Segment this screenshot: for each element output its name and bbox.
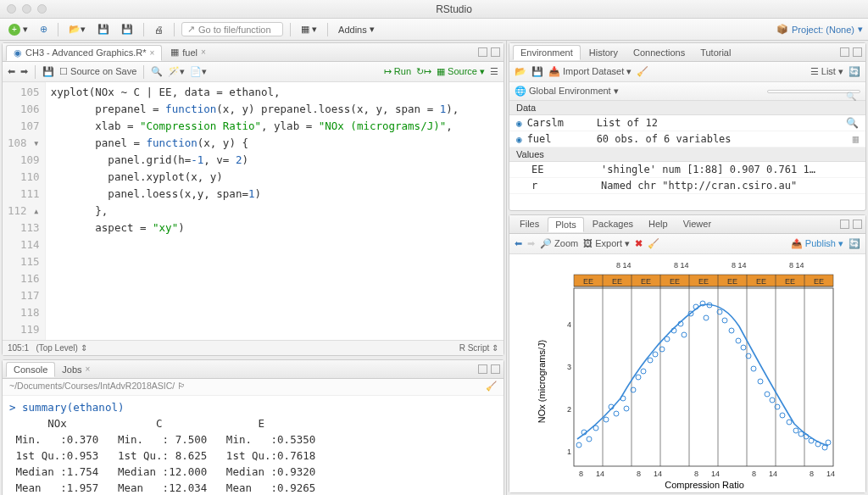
svg-text:14: 14: [711, 470, 720, 478]
help-tab[interactable]: Help: [642, 217, 675, 231]
minimize-pane-icon[interactable]: [478, 47, 487, 57]
file-type[interactable]: R Script ⇕: [459, 343, 498, 353]
env-row-ee[interactable]: EE'shingle' num [1:88] 0.907 0.761 1…: [509, 162, 865, 178]
source-tab-2[interactable]: ▦fuel×: [164, 45, 213, 59]
maximize-console-icon[interactable]: [491, 364, 500, 374]
window-traffic-lights[interactable]: [7, 4, 47, 14]
env-list-mode[interactable]: ☰ List ▾: [810, 66, 843, 77]
env-search-input[interactable]: [767, 90, 860, 93]
svg-point-51: [736, 338, 741, 343]
svg-point-67: [653, 352, 658, 357]
console-output[interactable]: > summary(ethanol) NOx C E Min. :0.370 M…: [3, 396, 504, 495]
minimize-plots-icon[interactable]: [840, 220, 849, 229]
svg-text:EE: EE: [727, 277, 737, 286]
svg-point-64: [826, 440, 831, 445]
find-icon[interactable]: 🔍: [151, 66, 163, 77]
svg-point-59: [793, 428, 798, 433]
new-file-button[interactable]: +▾: [5, 23, 31, 36]
import-dataset-button[interactable]: 📥 Import Dataset ▾: [548, 66, 632, 77]
svg-point-63: [822, 445, 827, 450]
env-row-fuel[interactable]: ◉fuel60 obs. of 6 variables▦: [509, 131, 865, 147]
svg-rect-18: [574, 288, 833, 466]
open-file-button[interactable]: 📂▾: [65, 23, 89, 36]
notebook-icon[interactable]: 📄▾: [190, 66, 207, 77]
export-button[interactable]: 🖼 Export ▾: [583, 238, 630, 249]
svg-text:8 14: 8 14: [789, 261, 804, 270]
line-gutter: 105 106 107 108 ▾ 109 110 111 112 ▴ 113 …: [3, 82, 46, 340]
history-tab[interactable]: History: [582, 46, 625, 59]
window-title: RStudio: [47, 3, 861, 15]
plots-tab[interactable]: Plots: [548, 217, 583, 232]
svg-point-49: [722, 318, 727, 323]
svg-text:3: 3: [567, 363, 571, 371]
minimize-console-icon[interactable]: [478, 364, 487, 374]
minimize-env-icon[interactable]: [840, 47, 849, 57]
source-tab-1[interactable]: ◉CH3 - Advanced Graphics.R*×: [6, 45, 162, 61]
svg-point-32: [604, 417, 609, 422]
maximize-plots-icon[interactable]: [853, 220, 862, 229]
svg-text:14: 14: [654, 470, 662, 478]
jobs-tab[interactable]: Jobs×: [55, 363, 97, 376]
env-row-r[interactable]: rNamed chr "http://cran.csiro.au": [509, 178, 865, 194]
print-button[interactable]: 🖨: [151, 24, 167, 36]
save-source-button[interactable]: 💾: [42, 66, 54, 77]
svg-point-28: [576, 442, 581, 448]
clear-env-icon[interactable]: 🧹: [637, 66, 648, 77]
svg-text:EE: EE: [756, 277, 766, 286]
working-dir[interactable]: ~/Documents/Courses/IntAdvR2018ASIC/: [9, 381, 175, 391]
svg-text:8: 8: [579, 470, 583, 478]
svg-text:8: 8: [637, 470, 641, 478]
code-scope[interactable]: (Top Level): [36, 343, 77, 353]
outline-icon[interactable]: ☰: [490, 66, 498, 77]
back-icon[interactable]: ⬅: [8, 66, 15, 77]
environment-tab[interactable]: Environment: [513, 45, 581, 60]
refresh-env-icon[interactable]: 🔄: [849, 66, 860, 77]
plot-next-icon[interactable]: ➡: [527, 238, 535, 249]
load-workspace-icon[interactable]: 📂: [515, 66, 526, 77]
remove-plot-icon[interactable]: ✖: [635, 238, 643, 249]
files-tab[interactable]: Files: [513, 217, 546, 231]
plot-prev-icon[interactable]: ⬅: [515, 238, 522, 249]
plot-ylabel: NOx (micrograms/J): [537, 340, 547, 423]
publish-button[interactable]: 📤 Publish ▾: [791, 238, 843, 249]
source-on-save-checkbox[interactable]: ☐ Source on Save: [59, 66, 136, 77]
svg-text:8 14: 8 14: [616, 261, 632, 270]
rerun-button[interactable]: ↻↦: [416, 66, 431, 77]
run-button[interactable]: ↦ Run: [384, 66, 411, 77]
env-scope[interactable]: 🌐 Global Environment ▾: [515, 86, 619, 97]
save-button[interactable]: 💾: [94, 23, 113, 36]
save-all-button[interactable]: 💾: [118, 23, 136, 36]
goto-file-input[interactable]: ↗ Go to file/function: [181, 22, 283, 36]
svg-point-65: [704, 315, 709, 320]
maximize-env-icon[interactable]: [853, 47, 862, 57]
svg-text:8 14: 8 14: [732, 261, 747, 270]
grid-button[interactable]: ▦ ▾: [298, 23, 320, 36]
svg-point-39: [648, 358, 653, 363]
env-row-carslm[interactable]: ◉CarslmList of 12🔍: [509, 115, 865, 131]
new-project-button[interactable]: ⊕: [36, 23, 51, 36]
svg-text:8: 8: [694, 470, 698, 478]
wand-icon[interactable]: 🪄▾: [168, 66, 185, 77]
svg-point-61: [809, 438, 814, 443]
packages-tab[interactable]: Packages: [586, 217, 640, 231]
connections-tab[interactable]: Connections: [626, 46, 692, 59]
svg-point-66: [682, 332, 687, 337]
console-tab[interactable]: Console: [6, 362, 55, 377]
source-button[interactable]: ▦ Source ▾: [437, 66, 485, 77]
svg-text:EE: EE: [612, 277, 622, 286]
clear-plots-icon[interactable]: 🧹: [648, 238, 659, 249]
maximize-pane-icon[interactable]: [491, 47, 500, 57]
svg-text:8: 8: [752, 470, 756, 478]
save-workspace-icon[interactable]: 💾: [531, 66, 543, 77]
code-editor[interactable]: xyplot(NOx ~ C | EE, data = ethanol, pre…: [46, 82, 465, 340]
svg-text:14: 14: [596, 470, 604, 478]
zoom-button[interactable]: 🔎 Zoom: [540, 238, 578, 249]
clear-console-icon[interactable]: 🧹: [486, 381, 497, 392]
project-menu[interactable]: 📦 Project: (None) ▾: [776, 24, 863, 35]
refresh-plot-icon[interactable]: 🔄: [849, 238, 860, 249]
svg-point-71: [798, 431, 804, 437]
viewer-tab[interactable]: Viewer: [676, 217, 718, 231]
tutorial-tab[interactable]: Tutorial: [693, 46, 737, 59]
addins-menu[interactable]: Addins ▾: [335, 23, 378, 36]
forward-icon[interactable]: ➡: [20, 66, 28, 77]
